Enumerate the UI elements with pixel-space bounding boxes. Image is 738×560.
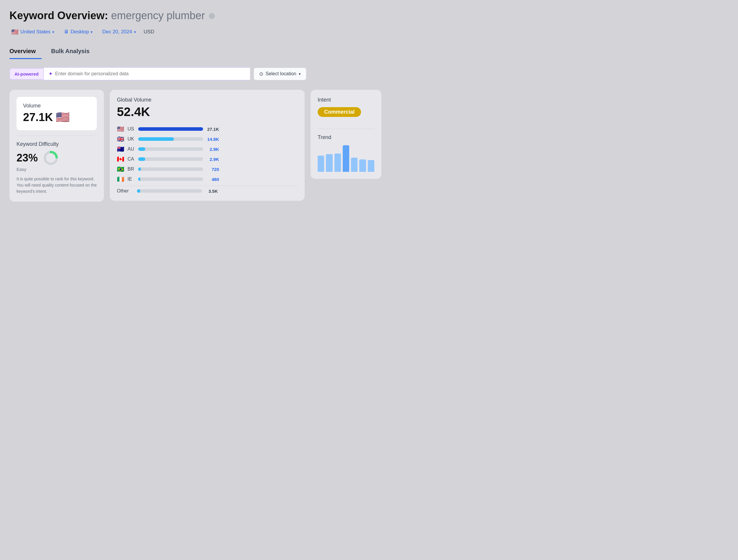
tab-bulk-analysis[interactable]: Bulk Analysis bbox=[51, 45, 95, 59]
country-row-ca: 🇨🇦 CA 2.9K bbox=[117, 156, 298, 163]
kd-row: 23% bbox=[17, 150, 97, 166]
title-keyword: emergency plumber bbox=[111, 9, 205, 22]
right-card-divider bbox=[318, 129, 374, 129]
flag-br: 🇧🇷 bbox=[117, 166, 125, 173]
device-chevron-icon: ▾ bbox=[91, 30, 93, 34]
trend-label: Trend bbox=[318, 134, 374, 141]
location-label: United States bbox=[20, 29, 50, 35]
code-uk: UK bbox=[127, 136, 136, 142]
ai-input-wrapper: ✦ bbox=[43, 67, 250, 80]
date-label: Dec 20, 2024 bbox=[102, 29, 132, 35]
tab-overview[interactable]: Overview bbox=[9, 45, 42, 59]
vol-br: 720 bbox=[206, 167, 219, 172]
intent-label: Intent bbox=[318, 97, 374, 103]
date-chevron-icon: ▾ bbox=[134, 30, 136, 34]
location-flag: 🇺🇸 bbox=[11, 28, 19, 35]
kd-difficulty-label: Easy bbox=[17, 167, 97, 172]
date-selector[interactable]: Dec 20, 2024 ▾ bbox=[100, 28, 137, 36]
bar-bg-ie bbox=[138, 178, 203, 181]
vol-au: 2.9K bbox=[206, 147, 219, 152]
bar-fill-ie bbox=[138, 178, 140, 181]
device-selector[interactable]: 🖥 Desktop ▾ bbox=[62, 28, 94, 36]
bar-bg-br bbox=[138, 168, 203, 171]
trend-bar-5 bbox=[359, 160, 366, 172]
toolbar: 🇺🇸 United States ▾ 🖥 Desktop ▾ Dec 20, 2… bbox=[9, 27, 381, 37]
country-row-uk: 🇬🇧 UK 14.8K bbox=[117, 135, 298, 143]
kd-description: It is quite possible to rank for this ke… bbox=[17, 176, 97, 195]
bar-fill-ca bbox=[138, 157, 145, 161]
code-us: US bbox=[127, 126, 136, 132]
select-location-button[interactable]: ⊙ Select location ▾ bbox=[254, 68, 306, 80]
trend-bar-4 bbox=[351, 158, 357, 172]
location-chevron-icon: ▾ bbox=[52, 30, 54, 34]
sparkle-icon: ✦ bbox=[48, 70, 53, 77]
card-divider-1 bbox=[17, 135, 97, 136]
vol-us: 27.1K bbox=[206, 126, 219, 132]
bar-bg-ca bbox=[138, 157, 203, 161]
trend-chart bbox=[318, 145, 374, 172]
country-row-au: 🇦🇺 AU 2.9K bbox=[117, 146, 298, 153]
ai-bar: AI-powered ✦ ⊙ Select location ▾ bbox=[9, 67, 381, 80]
left-card: Volume 27.1K 🇺🇸 Keyword Difficulty 23% E… bbox=[9, 90, 104, 202]
flag-ca: 🇨🇦 bbox=[117, 156, 125, 163]
flag-ie: 🇮🇪 bbox=[117, 176, 125, 183]
vol-uk: 14.8K bbox=[206, 137, 219, 142]
location-pin-icon: ⊙ bbox=[259, 71, 263, 77]
vol-ca: 2.9K bbox=[206, 157, 219, 162]
code-au: AU bbox=[127, 147, 136, 152]
bar-bg-us bbox=[138, 127, 203, 131]
code-ca: CA bbox=[127, 157, 136, 162]
kd-percent: 23% bbox=[17, 152, 38, 164]
other-label: Other bbox=[117, 188, 134, 194]
title-prefix: Keyword Overview: bbox=[9, 9, 108, 22]
tabs-row: Overview Bulk Analysis bbox=[9, 45, 381, 59]
bar-fill-uk bbox=[138, 137, 174, 141]
volume-box: Volume 27.1K 🇺🇸 bbox=[17, 97, 97, 130]
trend-bar-0 bbox=[318, 156, 324, 172]
bar-bg-other bbox=[137, 189, 202, 193]
page-header: Keyword Overview: emergency plumber ⊕ bbox=[9, 9, 381, 22]
select-location-label: Select location bbox=[266, 71, 296, 76]
bar-fill-us bbox=[138, 127, 203, 131]
country-row-other: Other 3.5K bbox=[117, 186, 298, 194]
bar-bg-uk bbox=[138, 137, 203, 141]
global-volume-label: Global Volume bbox=[117, 97, 298, 103]
ai-powered-badge: AI-powered bbox=[9, 68, 43, 80]
country-row-us: 🇺🇸 US 27.1K bbox=[117, 125, 298, 132]
page-title: Keyword Overview: emergency plumber bbox=[9, 9, 205, 22]
bar-bg-au bbox=[138, 147, 203, 151]
trend-bar-2 bbox=[334, 154, 341, 172]
vol-ie: 480 bbox=[206, 177, 219, 182]
volume-flag: 🇺🇸 bbox=[56, 111, 70, 124]
bar-fill-other bbox=[137, 189, 140, 193]
domain-input[interactable] bbox=[55, 71, 245, 76]
device-label: Desktop bbox=[70, 29, 89, 35]
select-location-chevron-icon: ▾ bbox=[299, 72, 301, 76]
cards-row: Volume 27.1K 🇺🇸 Keyword Difficulty 23% E… bbox=[9, 90, 381, 202]
trend-bar-3 bbox=[343, 145, 349, 172]
country-list: 🇺🇸 US 27.1K 🇬🇧 UK 14.8K bbox=[117, 125, 298, 194]
code-ie: IE bbox=[127, 177, 136, 182]
donut-chart bbox=[43, 150, 58, 166]
add-keyword-icon[interactable]: ⊕ bbox=[209, 11, 215, 21]
volume-label: Volume bbox=[23, 103, 90, 109]
trend-bar-1 bbox=[326, 154, 332, 172]
intent-badge: Commercial bbox=[318, 107, 361, 117]
bar-fill-br bbox=[138, 168, 141, 171]
flag-us: 🇺🇸 bbox=[117, 125, 125, 132]
trend-bar-6 bbox=[368, 160, 374, 172]
country-row-br: 🇧🇷 BR 720 bbox=[117, 166, 298, 173]
kd-label: Keyword Difficulty bbox=[17, 141, 97, 147]
vol-other: 3.5K bbox=[204, 189, 218, 194]
flag-uk: 🇬🇧 bbox=[117, 135, 125, 143]
flag-au: 🇦🇺 bbox=[117, 146, 125, 153]
code-br: BR bbox=[127, 167, 136, 172]
middle-card: Global Volume 52.4K 🇺🇸 US 27.1K 🇬🇧 UK bbox=[110, 90, 305, 201]
device-icon: 🖥 bbox=[64, 29, 69, 35]
bar-fill-au bbox=[138, 147, 145, 151]
page-wrapper: Keyword Overview: emergency plumber ⊕ 🇺🇸… bbox=[9, 9, 381, 202]
currency-label: USD bbox=[144, 29, 154, 35]
volume-number: 27.1K bbox=[23, 111, 53, 124]
right-card: Intent Commercial Trend bbox=[311, 90, 381, 179]
location-selector[interactable]: 🇺🇸 United States ▾ bbox=[9, 27, 56, 37]
